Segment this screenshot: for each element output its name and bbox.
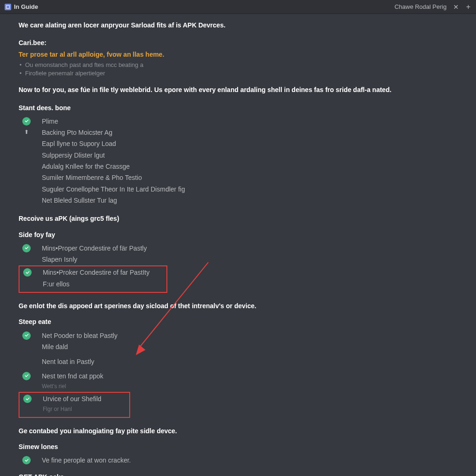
item-label: Nest ten fnd cat ppok — [42, 371, 103, 381]
upload-icon: ⬆ — [22, 128, 31, 137]
list-item: Nest ten fnd cat ppok — [19, 371, 457, 381]
caribee-orange-line: Ter prose tar al arll aplloige, fvow an … — [19, 50, 457, 59]
item-label: Backing Pto Moicster Ag — [42, 128, 112, 137]
list-item: Plime — [19, 116, 457, 126]
app-icon — [5, 4, 11, 10]
list-item: Mins•Proker Condestire of far PastIty — [20, 267, 166, 278]
titlebar: In Guide Chawe Rodal Perig ✕ + — [0, 0, 476, 14]
caribee-bullets: Ou emonstanch past and ftes mcc beating … — [19, 61, 457, 78]
check-icon — [22, 456, 31, 464]
section-title: Stant dees. bone — [19, 103, 457, 112]
bullet-item: Ou emonstanch past and ftes mcc beating … — [19, 61, 457, 69]
window-title: In Guide — [14, 3, 38, 10]
close-icon[interactable]: ✕ — [451, 3, 461, 11]
item-label: Slapen Isnly — [42, 255, 77, 264]
content-area: We care alating aren locer anpryour Sarl… — [0, 14, 476, 476]
item-label: Mins•Proker Condestire of far PastIty — [43, 268, 150, 277]
item-label: Mile dald — [42, 342, 68, 351]
new-tab-icon[interactable]: + — [465, 3, 471, 11]
check-icon — [23, 268, 32, 277]
list-item: Wett's riel — [19, 382, 457, 391]
paragraph-text: Ge enlot the dis appoed art sperines day… — [19, 301, 457, 311]
list-item: Sulppersiy Dlister lgut — [19, 150, 457, 160]
list-item: ⬆ Backing Pto Moicster Ag — [19, 127, 457, 138]
list-item: Slapen Isnly — [19, 254, 457, 264]
header-right-text: Chawe Rodal Perig — [395, 3, 447, 10]
paragraph-text: Ge contabed you inalnogiating fay pite s… — [19, 426, 457, 436]
item-label: Plime — [42, 117, 58, 126]
item-label: Sumiler Mimembenre & Pho Testio — [42, 173, 142, 182]
check-icon — [22, 372, 31, 380]
paragraph-text: Now to for you, ase fúe in file tly webl… — [19, 85, 457, 94]
list-item: Eapl llyne to Supory Load — [19, 139, 457, 149]
item-label: Eapl llyne to Supory Load — [42, 139, 116, 148]
check-icon — [22, 117, 31, 126]
list-item: Urvice of our Shefild — [20, 394, 129, 404]
item-label: Mins•Proper Condestire of fär Pastly — [42, 244, 147, 253]
get-apk-title: GET APK ocks — [19, 472, 457, 476]
intro-text: We care alating aren locer anpryour Sarl… — [19, 20, 457, 30]
list-item: Flgr or Hanl — [20, 405, 129, 414]
caribee-label: Cari.bee: — [19, 38, 457, 47]
item-label: Nent loat in Pastly — [42, 357, 94, 366]
list-item: Mins•Proper Condestire of fär Pastly — [19, 243, 457, 253]
section-title: Recoive us aPK (aings grc5 fles) — [19, 214, 457, 223]
section-title: Steep eate — [19, 317, 457, 326]
item-label: Flgr or Hanl — [43, 405, 72, 413]
section-title: Side foy fay — [19, 230, 457, 239]
check-icon — [23, 395, 32, 403]
item-label: Adulalg Knllee for the Crassge — [42, 162, 130, 171]
item-label: Sulppersiy Dlister lgut — [42, 151, 105, 160]
check-icon — [22, 244, 31, 252]
item-label: F:ur ellos — [43, 279, 70, 289]
item-label: Net Pooder to bleat Pastly — [42, 331, 118, 340]
list-item: Sumiler Mimembenre & Pho Testio — [19, 172, 457, 183]
item-label: Suguler Conellophe Theor In Ite Lard Dis… — [42, 185, 185, 194]
list-item: Nent loat in Pastly — [19, 357, 457, 367]
check-icon — [22, 331, 31, 340]
list-item: Mile dald — [19, 342, 457, 352]
section-title: Simew lones — [19, 442, 457, 451]
item-label: Net Bleled Sullster Tur lag — [42, 196, 117, 205]
item-label: Wett's riel — [42, 383, 66, 390]
list-item: Net Bleled Sullster Tur lag — [19, 195, 457, 205]
highlight-box: Mins•Proker Condestire of far PastIty F:… — [19, 265, 167, 293]
highlight-box: Urvice of our Shefild Flgr or Hanl — [19, 392, 130, 418]
list-item: Net Pooder to bleat Pastly — [19, 331, 457, 341]
item-label: Ve fine perople at won cracker. — [42, 456, 131, 465]
list-item: F:ur ellos — [20, 279, 166, 289]
list-item: Ve fine perople at won cracker. — [19, 455, 457, 465]
item-label: Urvice of our Shefild — [43, 394, 101, 403]
list-item: Suguler Conellophe Theor In Ite Lard Dis… — [19, 184, 457, 194]
bullet-item: Firofiele penemalr alpertielger — [19, 69, 457, 78]
list-item: Adulalg Knllee for the Crassge — [19, 161, 457, 172]
